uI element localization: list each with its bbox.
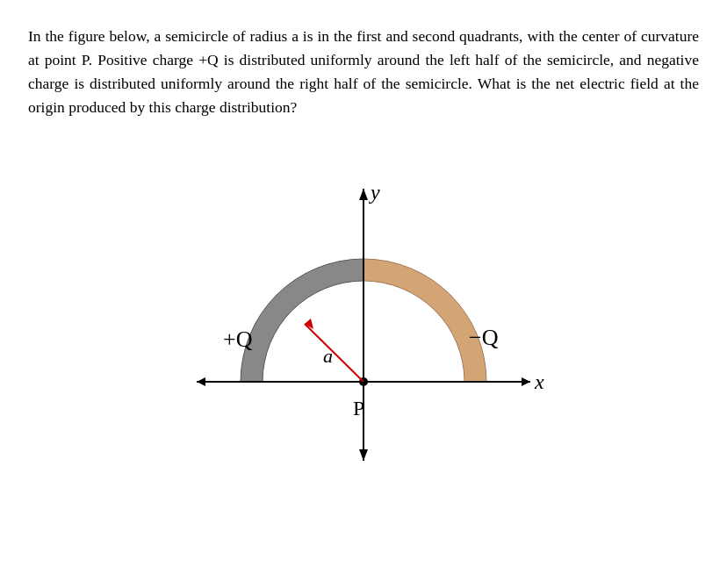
x-axis-label: x bbox=[534, 370, 544, 393]
svg-line-7 bbox=[305, 324, 364, 382]
center-label: P bbox=[353, 397, 364, 419]
problem-statement: In the figure below, a semicircle of rad… bbox=[28, 27, 699, 116]
svg-marker-5 bbox=[359, 449, 368, 461]
figure-area: y x +Q −Q a P bbox=[28, 136, 699, 470]
problem-text: In the figure below, a semicircle of rad… bbox=[28, 25, 699, 120]
page: In the figure below, a semicircle of rad… bbox=[0, 0, 727, 588]
radius-label: a bbox=[323, 345, 333, 367]
y-axis-label: y bbox=[369, 181, 380, 204]
svg-marker-2 bbox=[197, 377, 205, 386]
svg-marker-4 bbox=[359, 189, 368, 200]
positive-charge-label: +Q bbox=[223, 326, 253, 352]
negative-charge-label: −Q bbox=[469, 325, 499, 350]
figure-svg: y x +Q −Q a P bbox=[144, 145, 583, 461]
svg-marker-1 bbox=[522, 377, 530, 386]
